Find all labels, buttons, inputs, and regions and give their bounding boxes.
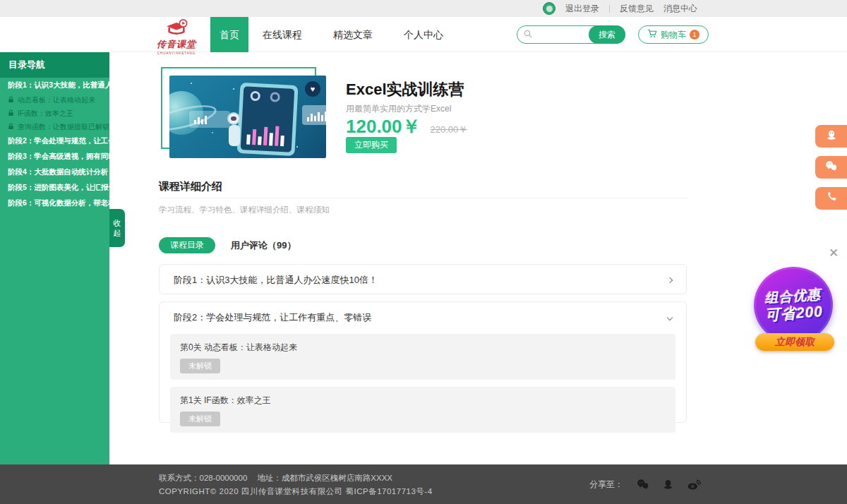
logout-link[interactable]: 退出登录 [565,3,599,15]
cart-icon [647,28,657,41]
sidebar-stage-4[interactable]: 阶段4：大批数据自动统计分析，... [0,164,109,180]
price-row: 120.00￥ 220.00￥ [346,114,467,139]
cart-label: 购物车 [661,29,686,41]
sidebar-stage-6[interactable]: 阶段6：可视化数据分析，帮老板... [0,196,109,211]
astronaut-illustration [227,112,240,125]
wechat-share-icon[interactable] [636,479,649,491]
stars-decoration [191,83,192,84]
logo-subtitle: CHUANYINKETANG [156,51,197,54]
lock-icon [8,109,14,118]
search-icon [517,28,532,41]
buy-now-button[interactable]: 立即购买 [346,137,397,153]
phone-contact-button[interactable] [815,187,847,210]
topbar: 退出登录 反馈意见 消息中心 [0,0,847,17]
chart-panel [189,111,230,128]
page: 退出登录 反馈意见 消息中心 传音课堂 CHUANYINKETANG 首页 在线… [0,0,847,504]
search-button[interactable]: 搜索 [589,25,625,44]
tab-user-comments[interactable]: 用户评论（99） [231,239,296,252]
lock-icon [8,96,14,104]
sidebar-stage-5[interactable]: 阶段5：进阶图表美化，让汇报一... [0,180,109,196]
promo-close-icon[interactable]: ✕ [829,246,839,260]
logo-title: 传音课堂 [154,38,199,51]
chevron-down-icon [667,314,673,320]
avatar[interactable] [543,2,555,15]
sidebar-stage-1[interactable]: 阶段1：认识3大技能，比普通人... [0,78,109,93]
detail-tags: 学习流程、学习特色、课程详细介绍、课程须知 [159,205,330,215]
wechat-contact-button[interactable] [815,156,847,179]
cart-count-badge: 1 [690,30,699,40]
wechat-icon [824,160,838,175]
qq-icon [825,128,838,144]
course-title: Excel实战训练营 [346,79,464,100]
topbar-links: 退出登录 反馈意见 消息中心 [543,0,697,17]
message-center-link[interactable]: 消息中心 [663,3,697,15]
footer-contact-line: 联系方式：028-0000000地址：成都市武侯区槐树店南路XXXX [159,473,392,484]
phone-icon [826,191,837,205]
current-price: 120.00￥ [346,114,421,139]
claim-coupon-button[interactable]: 立即领取 [755,333,834,351]
tab-course-catalog[interactable]: 课程目录 [159,237,215,253]
sidebar-stage-2[interactable]: 阶段2：学会处理与规范，让工作... [0,133,109,149]
nav-item-articles[interactable]: 精选文章 [325,17,381,52]
sidebar-collapse-button[interactable]: 收 起 [109,209,125,247]
qq-contact-button[interactable] [815,125,847,148]
logo[interactable]: 传音课堂 CHUANYINKETANG [154,18,199,55]
sidebar-lesson-3[interactable]: 查询函数：让数据提取已解锁 [0,120,109,133]
feedback-link[interactable]: 反馈意见 [620,3,654,15]
nav-item-courses[interactable]: 在线课程 [254,17,311,52]
weibo-share-icon[interactable] [687,479,701,491]
sidebar-lesson-1[interactable]: 动态看板：让表格动起来 [0,93,109,107]
detail-section-title: 课程详细介绍 [159,180,222,193]
nav-item-home[interactable]: 首页 [210,17,248,52]
accordion-stage-2-header[interactable]: 阶段2：学会处理与规范，让工作有重点、零错误 [160,302,686,332]
course-subtitle: 用最简单实用的方式学Excel [346,103,451,115]
lesson-row[interactable]: 第0关 动态看板：让表格动起来 未解锁 [170,334,675,380]
chevron-right-icon [667,277,673,282]
astronaut-body [229,125,240,146]
lock-icon [8,123,14,131]
sidebar-stage-3[interactable]: 阶段3：学会高级透视，拥有同时... [0,149,109,164]
main-menu: 首页 在线课程 精选文章 个人中心 [210,17,466,52]
footer: 联系方式：028-0000000地址：成都市武侯区槐树店南路XXXX COPYR… [0,464,847,504]
logo-icon [163,27,190,39]
lesson-locked-button[interactable]: 未解锁 [180,412,220,426]
nav-item-profile[interactable]: 个人中心 [395,17,452,52]
divider [159,198,687,198]
content-tabs: 课程目录 用户评论（99） [159,237,296,253]
divider [609,5,610,13]
favorite-heart-icon[interactable]: ♥ [305,81,320,97]
lesson-locked-button[interactable]: 未解锁 [180,359,220,373]
qq-share-icon[interactable] [662,478,674,491]
course-cover-image: ♥ [169,76,326,158]
navbar: 传音课堂 CHUANYINKETANG 首页 在线课程 精选文章 个人中心 搜索… [0,17,847,52]
cart-button[interactable]: 购物车 1 [638,25,709,44]
original-price: 220.00￥ [431,124,468,136]
catalog-sidebar: 目录导航 阶段1：认识3大技能，比普通人... 动态看板：让表格动起来 IF函数… [0,52,109,464]
accordion-stage-1-header[interactable]: 阶段1：认识3大技能，比普通人办公速度快10倍！ [160,265,686,295]
chart-panel [302,105,326,125]
footer-share: 分享至： [589,464,701,504]
accordion-stage-2-body: 第0关 动态看板：让表格动起来 未解锁 第1关 IF函数：效率之王 未解锁 [160,332,686,433]
share-label: 分享至： [589,479,623,491]
tablet-illustration [236,83,298,156]
sidebar-title: 目录导航 [0,52,109,78]
accordion-stage-2: 阶段2：学会处理与规范，让工作有重点、零错误 第0关 动态看板：让表格动起来 未… [159,301,687,423]
footer-copyright: COPYRIGHT© 2020 四川传音课堂科技有限公司 蜀ICP备170177… [159,486,433,497]
accordion-stage-1: 阶段1：认识3大技能，比普通人办公速度快10倍！ [159,264,687,294]
lesson-row[interactable]: 第1关 IF函数：效率之王 未解锁 [170,387,675,433]
sidebar-lesson-2[interactable]: IF函数：效率之王 [0,107,109,120]
search-bar: 搜索 [517,25,625,44]
